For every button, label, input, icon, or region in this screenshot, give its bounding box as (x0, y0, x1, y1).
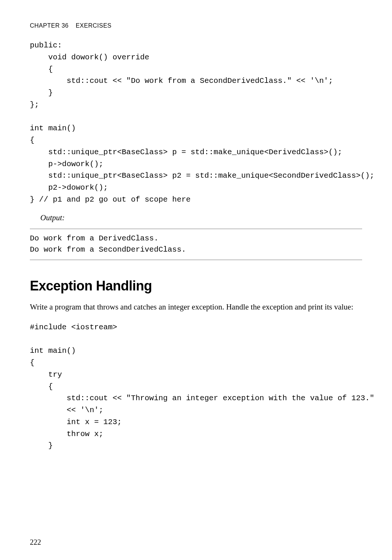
section-heading: Exception Handling (30, 278, 362, 294)
output-box: Do work from a DerivedClass. Do work fro… (30, 228, 362, 261)
chapter-title: EXERCISES (76, 22, 112, 29)
code-block-2: #include <iostream> int main() { try { s… (30, 321, 362, 452)
code-block-1: public: void dowork() override { std::co… (30, 40, 362, 206)
output-label: Output: (40, 213, 362, 223)
page: CHAPTER 36 EXERCISES public: void dowork… (0, 0, 392, 560)
page-number: 222 (30, 538, 41, 547)
section-body: Write a program that throws and catches … (30, 301, 362, 313)
running-header: CHAPTER 36 EXERCISES (30, 22, 362, 29)
output-text: Do work from a DerivedClass. Do work fro… (30, 233, 362, 256)
chapter-label: CHAPTER 36 (30, 22, 69, 29)
